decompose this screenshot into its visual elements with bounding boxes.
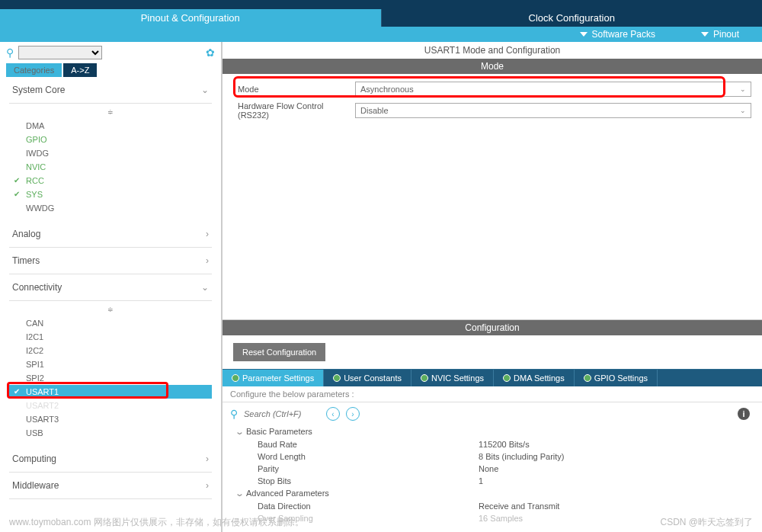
chevron-down-icon	[580, 32, 588, 37]
chevron-right-icon: ›	[206, 480, 209, 491]
footer-left: www.toymoban.com 网络图片仅供展示，非存储，如有侵权请联系删除。	[9, 516, 304, 529]
config-tabs: Parameter Settings User Constants NVIC S…	[223, 369, 762, 386]
status-dot-icon	[584, 374, 591, 382]
item-usb[interactable]: USB	[9, 426, 212, 440]
parity-label: Parity	[258, 464, 479, 473]
tab-az[interactable]: A->Z	[63, 63, 97, 77]
search-icon[interactable]: ⚲	[230, 408, 238, 420]
search-icon[interactable]: ⚲	[6, 46, 14, 59]
tab-pinout[interactable]: Pinout & Configuration	[0, 9, 381, 27]
cat-label: Middleware	[12, 480, 59, 491]
stopbits-value[interactable]: 1	[479, 476, 483, 486]
chevron-down-icon	[701, 32, 709, 37]
hw-flow-select[interactable]: Disable ⌄	[355, 103, 751, 118]
mode-select[interactable]: Asynchronous ⌄	[355, 82, 751, 97]
reset-button[interactable]: Reset Configuration	[233, 343, 325, 361]
chevron-down-icon: ⌄	[201, 85, 209, 95]
cat-timers[interactable]: Timers ›	[9, 248, 212, 274]
pinout-toggle[interactable]: Pinout	[701, 29, 739, 40]
footer: www.toymoban.com 网络图片仅供展示，非存储，如有侵权请联系删除。…	[9, 516, 753, 529]
software-packs-toggle[interactable]: Software Packs	[580, 29, 655, 40]
top-bar	[0, 0, 762, 9]
cat-label: Analog	[12, 229, 40, 239]
param-search-input[interactable]	[244, 409, 320, 418]
cat-connectivity[interactable]: Connectivity ⌄	[9, 274, 212, 301]
chevron-down-icon: ⌄	[740, 85, 746, 93]
item-usart2[interactable]: USART2	[9, 399, 212, 412]
item-wwdg[interactable]: WWDG	[9, 201, 212, 215]
status-dot-icon	[333, 374, 341, 382]
cat-label: System Core	[12, 85, 65, 95]
status-dot-icon	[503, 374, 511, 382]
item-spi1[interactable]: SPI1	[9, 357, 212, 371]
chevron-down-icon: ⌄	[740, 107, 746, 114]
item-rcc[interactable]: ✔RCC	[9, 174, 212, 187]
tab-clock[interactable]: Clock Configuration	[381, 9, 763, 27]
baud-label: Baud Rate	[258, 440, 479, 449]
item-i2c2[interactable]: I2C2	[9, 344, 212, 357]
item-can[interactable]: CAN	[9, 316, 212, 330]
search-select[interactable]	[18, 46, 102, 59]
baud-value[interactable]: 115200 Bits/s	[479, 440, 530, 449]
item-sys[interactable]: ✔SYS	[9, 187, 212, 201]
next-button[interactable]: ›	[346, 407, 360, 421]
item-nvic[interactable]: NVIC	[9, 160, 212, 174]
software-packs-label: Software Packs	[592, 29, 655, 40]
tab-dma-settings[interactable]: DMA Settings	[494, 370, 575, 386]
tab-categories[interactable]: Categories	[6, 63, 62, 77]
hw-flow-value: Disable	[360, 106, 389, 115]
stopbits-label: Stop Bits	[258, 476, 479, 486]
right-panel: USART1 Mode and Configuration Mode Mode …	[223, 42, 762, 532]
pinout-label: Pinout	[713, 29, 739, 40]
prev-button[interactable]: ‹	[326, 407, 340, 421]
item-i2c1[interactable]: I2C1	[9, 330, 212, 344]
config-hint: Configure the below parameters :	[223, 386, 762, 402]
item-usart1[interactable]: ✔USART1	[9, 385, 212, 399]
tab-gpio-settings[interactable]: GPIO Settings	[575, 370, 658, 386]
check-icon: ✔	[14, 176, 20, 184]
chevron-right-icon: ›	[206, 255, 209, 266]
cat-label: Computing	[12, 453, 56, 464]
datadir-label: Data Direction	[258, 502, 479, 511]
item-gpio[interactable]: GPIO	[9, 133, 212, 146]
tab-parameter-settings[interactable]: Parameter Settings	[223, 370, 324, 386]
wordlen-value[interactable]: 8 Bits (including Parity)	[479, 452, 565, 461]
chevron-down-icon: ⌄	[201, 282, 209, 293]
info-icon[interactable]: i	[738, 408, 750, 420]
sub-bar: Software Packs Pinout	[0, 27, 762, 42]
hw-flow-label: Hardware Flow Control (RS232)	[233, 101, 355, 120]
footer-right: CSDN @昨天忘签到了	[660, 516, 753, 529]
main-tabs: Pinout & Configuration Clock Configurati…	[0, 9, 762, 27]
item-usart3[interactable]: USART3	[9, 412, 212, 426]
cat-middleware[interactable]: Middleware ›	[9, 473, 212, 499]
cat-system-core[interactable]: System Core ⌄	[9, 77, 212, 104]
scroll-up-icon[interactable]: ≑	[9, 303, 212, 316]
tab-nvic-settings[interactable]: NVIC Settings	[411, 370, 494, 386]
status-dot-icon	[421, 374, 428, 382]
cat-computing[interactable]: Computing ›	[9, 446, 212, 473]
mode-label: Mode	[233, 85, 355, 94]
mode-value: Asynchronous	[360, 85, 414, 94]
left-panel: ⚲ ✿ Categories A->Z System Core ⌄ ≑ DMA …	[0, 42, 223, 532]
parity-value[interactable]: None	[479, 464, 498, 473]
datadir-value[interactable]: Receive and Transmit	[479, 502, 559, 511]
wordlen-label: Word Length	[258, 452, 479, 461]
item-dma[interactable]: DMA	[9, 119, 212, 133]
scroll-up-icon[interactable]: ≑	[9, 105, 212, 119]
group-basic[interactable]: Basic Parameters	[230, 425, 754, 438]
cat-analog[interactable]: Analog ›	[9, 221, 212, 248]
check-icon: ✔	[14, 387, 20, 396]
item-spi2[interactable]: SPI2	[9, 371, 212, 385]
category-tree: System Core ⌄ ≑ DMA GPIO IWDG NVIC ✔RCC …	[0, 77, 221, 507]
status-dot-icon	[232, 374, 239, 382]
group-advanced[interactable]: Advanced Parameters	[230, 487, 754, 500]
gear-icon[interactable]: ✿	[206, 46, 215, 59]
chevron-right-icon: ›	[206, 229, 209, 239]
cat-label: Connectivity	[12, 282, 62, 293]
tab-user-constants[interactable]: User Constants	[324, 370, 411, 386]
check-icon: ✔	[14, 190, 20, 198]
chevron-right-icon: ›	[206, 453, 209, 464]
item-iwdg[interactable]: IWDG	[9, 146, 212, 160]
config-header: Configuration	[223, 320, 762, 335]
cat-label: Timers	[12, 255, 40, 266]
